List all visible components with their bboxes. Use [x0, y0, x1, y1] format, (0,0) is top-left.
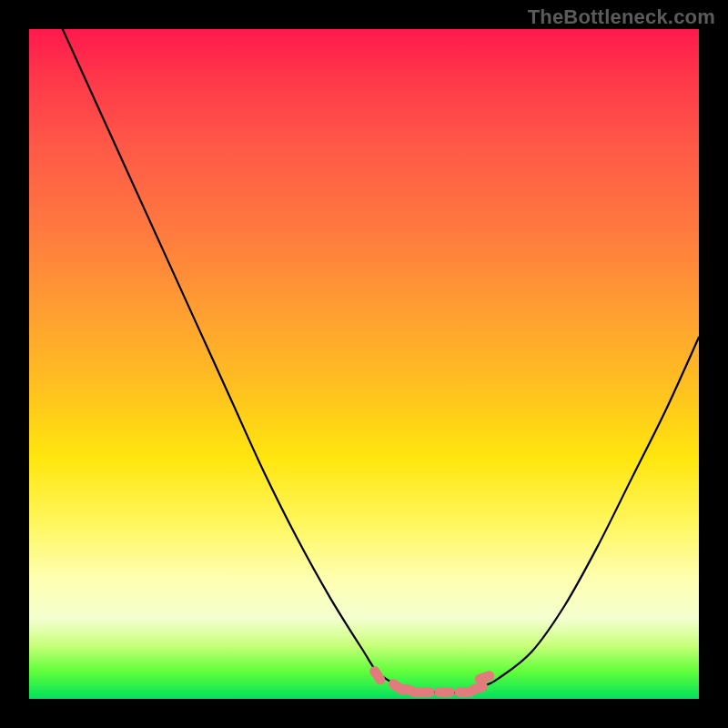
marker-pill [434, 687, 454, 697]
marker-pill [414, 687, 434, 697]
bottleneck-curve [63, 29, 699, 693]
watermark-text: TheBottleneck.com [528, 5, 715, 29]
plot-area [29, 29, 699, 699]
curve-svg [29, 29, 699, 699]
chart-frame: TheBottleneck.com [0, 0, 728, 728]
marker-pill [368, 664, 387, 686]
marker-group [368, 664, 496, 699]
